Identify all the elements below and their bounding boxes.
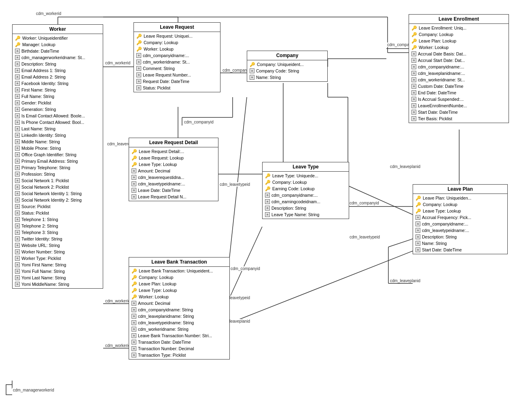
field-lbt-10: acdm_workeridname: String xyxy=(129,326,229,332)
field-worker-30: aTelephone 2: String xyxy=(13,223,103,229)
field-icon: a xyxy=(411,116,416,121)
field-icon: a xyxy=(15,172,20,177)
field-co-1: 🔑Company: Uniqueident... xyxy=(247,61,327,68)
field-worker-1: 🔑Worker: Uniqueidentifier xyxy=(13,35,103,41)
svg-line-20 xyxy=(228,227,262,302)
field-lbt-12: aTransaction Date: DateTime xyxy=(129,339,229,345)
field-icon: a xyxy=(131,307,136,312)
entity-leave-type-title: Leave Type xyxy=(263,162,349,172)
field-le-5: aAccrual Date Basis: Dat... xyxy=(409,51,509,57)
label-cdm-leavetypeid-1: cdm_leavetypeid xyxy=(219,182,251,187)
key-icon: 🔑 xyxy=(131,287,137,293)
field-icon: a xyxy=(15,68,20,73)
field-lbt-3: 🔑Leave Plan: Lookup xyxy=(129,281,229,287)
field-lp-1: 🔑Leave Plan: Uniqueiden... xyxy=(413,195,507,201)
field-worker-9: aFirst Name: String xyxy=(13,87,103,93)
field-lbt-9: acdm_leavetypeidname: String xyxy=(129,319,229,326)
field-lp-2: 🔑Company: Lookup xyxy=(413,201,507,208)
field-worker-34: aWorker Number: String xyxy=(13,249,103,255)
field-icon: a xyxy=(136,79,141,84)
field-icon: a xyxy=(411,77,416,82)
field-lt-6: aDescription: String xyxy=(263,205,349,211)
field-lbt-11: aLeave Bank Transaction Number: Stri... xyxy=(129,332,229,339)
field-icon: a xyxy=(265,206,270,211)
field-lr-7: aLeave Request Number... xyxy=(134,72,220,78)
field-icon: a xyxy=(411,110,416,115)
field-worker-13: aIs Email Contact Allowed: Boole... xyxy=(13,113,103,119)
field-lbt-1: 🔑Leave Bank Transaction: Uniqueident... xyxy=(129,268,229,274)
key-icon: 🔑 xyxy=(411,25,417,31)
field-worker-15: aLast Name: String xyxy=(13,126,103,132)
field-icon: a xyxy=(15,55,20,60)
field-worker-37: aYomi Full Name: String xyxy=(13,268,103,274)
entity-worker: Worker 🔑Worker: Uniqueidentifier 🔑Manage… xyxy=(12,24,103,289)
field-icon: a xyxy=(131,320,136,325)
field-lrd-5: acdm_leaverequestidna... xyxy=(129,174,218,181)
entity-leave-enrollment: Leave Enrollment 🔑Leave Enrollment: Uniq… xyxy=(409,14,509,123)
entity-company-fields: 🔑Company: Uniqueident... aCompany Code: … xyxy=(247,60,327,81)
field-worker-5: aDescription: String xyxy=(13,61,103,67)
field-icon: a xyxy=(15,262,20,267)
field-icon: a xyxy=(136,85,141,90)
field-le-10: aCustom Date: DateTime xyxy=(409,83,509,89)
field-worker-10: aFull Name: String xyxy=(13,93,103,100)
field-icon: a xyxy=(265,199,270,204)
field-icon: a xyxy=(15,243,20,248)
field-lrd-2: 🔑Leave Request: Lookup xyxy=(129,155,218,161)
field-worker-14: aIs Phone Contact Allowed: Bool... xyxy=(13,119,103,126)
key-icon: 🔑 xyxy=(265,179,271,185)
field-le-7: acdm_companyidname:... xyxy=(409,64,509,70)
field-lp-3: 🔑Leave Type: Lookup xyxy=(413,208,507,214)
field-icon: a xyxy=(15,249,20,254)
field-icon: a xyxy=(131,301,136,306)
field-worker-28: aStatus: Picklist xyxy=(13,210,103,216)
field-icon: a xyxy=(411,51,416,56)
label-cdm-companyid-3: cdm_companyid xyxy=(183,120,214,124)
entity-leave-enrollment-title: Leave Enrollment xyxy=(409,15,509,24)
field-icon: a xyxy=(411,64,416,69)
field-icon: a xyxy=(136,60,141,64)
key-icon: 🔑 xyxy=(15,35,21,41)
label-cdm-leavetypeid-4: cdm_leavetypeid xyxy=(349,235,381,239)
entity-leave-request-detail: Leave Request Detail 🔑Leave Request Deta… xyxy=(129,138,218,201)
key-icon: 🔑 xyxy=(136,40,142,45)
field-worker-38: aYomi Last Name: String xyxy=(13,274,103,281)
field-icon: a xyxy=(131,346,136,351)
entity-worker-title: Worker xyxy=(13,25,103,34)
key-icon: 🔑 xyxy=(131,155,137,161)
field-icon: a xyxy=(265,212,270,217)
field-icon: a xyxy=(131,340,136,345)
field-lp-4: aAccrual Frequency: Pick... xyxy=(413,214,507,221)
key-icon: 🔑 xyxy=(131,294,137,300)
field-lr-9: aStatus: Picklist xyxy=(134,85,220,91)
label-cdm-leaveplanid-1: cdm_leaveplanid xyxy=(389,164,421,169)
diagram-canvas: cdm_workerid cdm_workerid cdm_workerid c… xyxy=(0,0,532,400)
field-worker-39: aYomi MiddleName: String xyxy=(13,281,103,287)
field-worker-8: aFacebook Identity: String xyxy=(13,80,103,87)
field-worker-35: aWorker Type: Picklist xyxy=(13,255,103,262)
field-icon: a xyxy=(265,193,270,198)
field-lp-5: acdm_companyidname:... xyxy=(413,221,507,227)
field-icon: a xyxy=(15,94,20,99)
field-lp-8: aName: String xyxy=(413,240,507,247)
field-icon: a xyxy=(136,72,141,77)
field-worker-33: aWebsite URL: String xyxy=(13,242,103,249)
field-icon: a xyxy=(15,165,20,170)
field-lbt-6: aAmount: Decimal xyxy=(129,300,229,306)
field-lrd-4: aAmount: Decimal xyxy=(129,168,218,174)
field-lp-9: aStart Date: DateTime xyxy=(413,247,507,253)
field-lp-6: acdm_leavetypeidname:... xyxy=(413,227,507,234)
field-icon: a xyxy=(415,221,420,226)
field-icon: a xyxy=(131,168,136,173)
field-lt-1: 🔑Leave Type: Uniquede... xyxy=(263,172,349,179)
field-icon: a xyxy=(250,75,254,80)
field-icon: a xyxy=(411,103,416,108)
field-icon: a xyxy=(15,133,20,138)
field-worker-12: aGeneration: String xyxy=(13,106,103,113)
field-le-3: 🔑Leave Plan: Lookup xyxy=(409,38,509,44)
field-co-3: aName: String xyxy=(247,74,327,81)
key-icon: 🔑 xyxy=(15,42,21,47)
field-icon: a xyxy=(15,159,20,164)
field-icon: a xyxy=(15,107,20,112)
field-worker-24: aSocial Network 2: Picklist xyxy=(13,184,103,190)
